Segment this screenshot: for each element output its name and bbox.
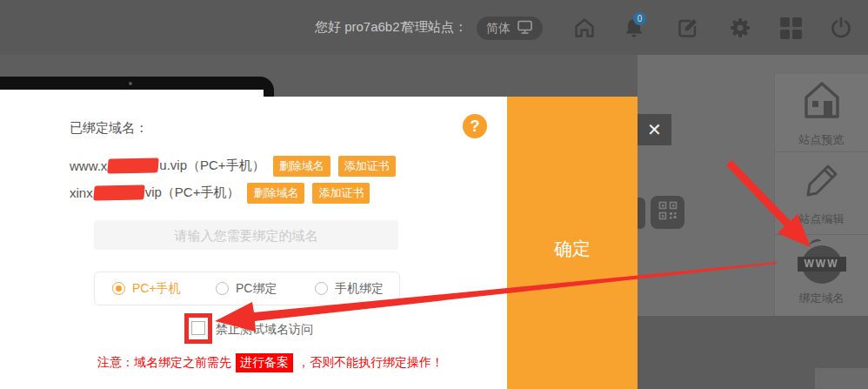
delete-domain-button[interactable]: 删除域名 <box>247 183 304 204</box>
help-icon[interactable]: ? <box>463 114 487 138</box>
close-icon[interactable]: ✕ <box>638 114 671 145</box>
hidden-button-sliver <box>638 198 645 229</box>
redaction-scribble <box>108 158 160 173</box>
qr-code-button[interactable] <box>651 196 684 229</box>
add-certificate-button[interactable]: 添加证书 <box>338 156 396 177</box>
monitor-icon <box>517 20 533 37</box>
sidebar-item-label: 站点预览 <box>799 132 845 148</box>
domain-text-suffix: u.vip（PC+手机） <box>159 158 264 174</box>
www-globe-icon: WWW <box>798 244 846 284</box>
bound-domains-label: 已绑定域名： <box>70 120 148 137</box>
forbid-test-domain-label: 禁止测试域名访问 <box>216 322 313 338</box>
gear-icon[interactable] <box>728 16 752 40</box>
power-icon[interactable] <box>829 16 853 40</box>
radio-label: PC绑定 <box>236 281 277 297</box>
icp-filing-link[interactable]: 进行备案 <box>236 353 293 372</box>
edit-icon[interactable] <box>676 16 700 40</box>
sidebar-item-label: 绑定域名 <box>799 291 845 306</box>
sidebar: 站点预览 站点编辑 WWW 绑定域名 <box>774 74 868 316</box>
language-label: 简体 <box>486 21 511 37</box>
bind-type-radio-group: PC+手机 PC绑定 手机绑定 <box>94 272 400 305</box>
radio-unselected-icon <box>315 282 328 295</box>
domain-text-prefix: xinx <box>70 185 93 200</box>
notification-badge: 0 <box>633 12 646 25</box>
confirm-button[interactable]: 确定 <box>507 97 638 389</box>
domain-row: www.xu.vip（PC+手机） 删除域名 添加证书 <box>70 156 396 176</box>
domain-row: xinxvip（PC+手机） 删除域名 添加证书 <box>70 183 370 203</box>
language-button[interactable]: 简体 <box>477 17 543 40</box>
sidebar-item-label: 站点编辑 <box>799 211 845 227</box>
topbar: 您好 pro7a6b27 管理站点： 简体 0 <box>0 0 868 55</box>
red-highlight-box <box>184 313 212 344</box>
radio-pc-bind[interactable]: PC绑定 <box>216 272 277 305</box>
note-text-before: 注意：域名绑定之前需先 <box>97 355 231 371</box>
manage-site-label: 管理站点： <box>402 19 467 36</box>
sidebar-item-site-preview[interactable]: 站点预览 <box>775 74 868 152</box>
site-edit-pencil-icon <box>801 159 843 205</box>
www-band: WWW <box>798 257 846 272</box>
note-line: 注意：域名绑定之前需先 进行备案 ，否则不能执行绑定操作！ <box>97 353 444 372</box>
note-text-after: ，否则不能执行绑定操作！ <box>297 355 444 371</box>
radio-label: PC+手机 <box>132 281 181 297</box>
apps-grid-icon[interactable] <box>778 16 803 40</box>
background-corner-patch <box>815 368 868 389</box>
bind-domain-dialog: 已绑定域名： www.xu.vip（PC+手机） 删除域名 添加证书 xinxv… <box>0 97 507 389</box>
laptop-camera-dot <box>129 82 132 85</box>
domain-input[interactable] <box>94 220 398 250</box>
domain-text-prefix: www.x <box>70 158 107 173</box>
sidebar-item-bind-domain[interactable]: WWW 绑定域名 <box>775 235 868 315</box>
confirm-button-label: 确定 <box>507 237 638 261</box>
home-icon[interactable] <box>572 16 597 40</box>
page: 您好 pro7a6b27 管理站点： 简体 0 <box>0 0 868 389</box>
radio-mobile-bind[interactable]: 手机绑定 <box>315 272 384 305</box>
radio-pc-and-mobile[interactable]: PC+手机 <box>112 272 181 305</box>
qr-code-icon <box>658 201 678 224</box>
redaction-scribble <box>93 184 145 200</box>
radio-unselected-icon <box>216 282 229 295</box>
user-greeting: 您好 pro7a6b27 <box>315 19 407 36</box>
delete-domain-button[interactable]: 删除域名 <box>273 156 331 177</box>
add-certificate-button[interactable]: 添加证书 <box>312 183 370 204</box>
domain-text-suffix: vip（PC+手机） <box>145 184 240 201</box>
radio-label: 手机绑定 <box>335 281 384 297</box>
sidebar-item-site-edit[interactable]: 站点编辑 <box>775 152 868 235</box>
radio-selected-icon <box>112 282 125 295</box>
site-preview-home-icon <box>799 78 845 125</box>
